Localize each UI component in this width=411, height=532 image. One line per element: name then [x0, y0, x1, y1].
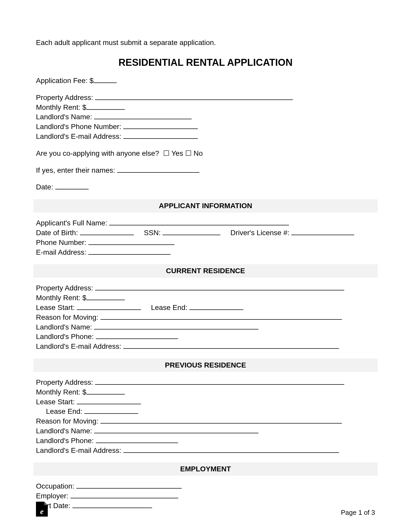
- applicant-name-blank[interactable]: [109, 219, 289, 225]
- ssn-blank[interactable]: [163, 229, 220, 235]
- cur-rent-label: Monthly Rent: $: [36, 294, 86, 302]
- prev-lease-end-blank[interactable]: [84, 407, 138, 414]
- document-page: Each adult applicant must submit a separ…: [0, 0, 411, 511]
- cur-ll-name-blank[interactable]: [94, 323, 258, 329]
- eforms-logo-icon: e: [36, 502, 48, 517]
- page-number: Page 1 of 3: [341, 509, 375, 517]
- date-blank[interactable]: [55, 183, 89, 189]
- monthly-rent-blank[interactable]: [86, 103, 125, 109]
- cur-ll-email-label: Landlord's E-mail Address:: [36, 342, 123, 350]
- dob-blank[interactable]: [80, 229, 134, 235]
- checkbox-no[interactable]: ☐: [185, 149, 192, 158]
- prev-reason-label: Reason for Moving:: [36, 417, 100, 425]
- occupation-label: Occupation:: [36, 482, 76, 490]
- cur-address-blank[interactable]: [95, 284, 344, 290]
- cur-lease-end-label: Lease End:: [141, 304, 189, 311]
- application-fee-label: Application Fee: $: [36, 77, 94, 85]
- cur-ll-phone-label: Landlord's Phone:: [36, 333, 96, 341]
- employer-label: Employer:: [36, 492, 70, 500]
- prev-ll-name-label: Landlord's Name:: [36, 427, 94, 435]
- phone-blank[interactable]: [88, 239, 174, 245]
- landlord-email-blank[interactable]: [123, 132, 198, 139]
- logo-letter: e: [36, 508, 48, 515]
- ifyes-label: If yes, enter their names:: [36, 166, 117, 174]
- ifyes-row: If yes, enter their names:: [36, 166, 375, 175]
- occupation-blank[interactable]: [76, 482, 182, 489]
- property-block: Property Address: Monthly Rent: $ Landlo…: [36, 93, 375, 141]
- prev-address-blank[interactable]: [95, 378, 344, 385]
- dob-label: Date of Birth:: [36, 229, 80, 237]
- dl-blank[interactable]: [291, 229, 354, 235]
- landlord-email-label: Landlord's E-mail Address:: [36, 132, 123, 140]
- prev-ll-email-label: Landlord's E-mail Address:: [36, 446, 123, 454]
- coapply-names-blank[interactable]: [117, 166, 199, 172]
- cur-lease-start-blank[interactable]: [77, 304, 141, 310]
- prev-lease-start-blank[interactable]: [77, 398, 141, 404]
- ssn-label: SSN:: [134, 229, 163, 237]
- cur-reason-label: Reason for Moving:: [36, 313, 100, 321]
- prev-reason-blank[interactable]: [100, 417, 342, 424]
- section-employment-heading: EMPLOYMENT: [33, 462, 378, 476]
- landlord-name-label: Landlord's Name:: [36, 113, 94, 121]
- cur-address-label: Property Address:: [36, 284, 95, 292]
- prev-lease-start-label: Lease Start:: [36, 398, 77, 406]
- application-fee-row: Application Fee: $: [36, 76, 375, 86]
- cur-ll-name-label: Landlord's Name:: [36, 323, 94, 331]
- dl-label: Driver's License #:: [220, 229, 291, 237]
- applicant-block: Applicant's Full Name: Date of Birth: SS…: [36, 218, 375, 257]
- email-label: E-mail Address:: [36, 248, 88, 256]
- email-blank[interactable]: [88, 248, 171, 254]
- property-address-label: Property Address:: [36, 94, 95, 102]
- section-current-heading: CURRENT RESIDENCE: [33, 264, 378, 278]
- cur-lease-end-blank[interactable]: [189, 304, 243, 310]
- page-footer: e Page 1 of 3: [36, 502, 375, 517]
- yes-label: Yes: [170, 149, 185, 157]
- cur-rent-blank[interactable]: [86, 294, 125, 300]
- prev-ll-phone-blank[interactable]: [96, 437, 178, 443]
- prev-address-label: Property Address:: [36, 378, 95, 386]
- cur-ll-email-blank[interactable]: [123, 342, 339, 349]
- section-previous-heading: PREVIOUS RESIDENCE: [33, 359, 378, 372]
- date-label: Date:: [36, 183, 55, 191]
- intro-text: Each adult applicant must submit a separ…: [36, 39, 375, 47]
- prev-rent-label: Monthly Rent: $: [36, 388, 86, 396]
- checkbox-yes[interactable]: ☐: [163, 149, 170, 158]
- date-row: Date:: [36, 182, 375, 192]
- prev-lease-end-label: Lease End:: [36, 407, 84, 415]
- phone-label: Phone Number:: [36, 239, 88, 246]
- section-applicant-heading: APPLICANT INFORMATION: [33, 199, 378, 213]
- no-label: No: [192, 149, 203, 157]
- cur-reason-blank[interactable]: [100, 313, 342, 320]
- prev-rent-blank[interactable]: [86, 388, 125, 395]
- form-title: RESIDENTIAL RENTAL APPLICATION: [36, 57, 375, 68]
- prev-ll-phone-label: Landlord's Phone:: [36, 437, 96, 445]
- current-block: Property Address: Monthly Rent: $ Lease …: [36, 283, 375, 351]
- monthly-rent-label: Monthly Rent: $: [36, 103, 86, 111]
- cur-lease-start-label: Lease Start:: [36, 304, 77, 311]
- applicant-name-label: Applicant's Full Name:: [36, 219, 109, 227]
- application-fee-blank[interactable]: [94, 77, 117, 83]
- landlord-phone-blank[interactable]: [123, 123, 198, 129]
- previous-block: Property Address: Monthly Rent: $ Lease …: [36, 378, 375, 455]
- prev-ll-email-blank[interactable]: [123, 446, 339, 453]
- coapply-label: Are you co-applying with anyone else?: [36, 149, 163, 157]
- prev-ll-name-blank[interactable]: [94, 427, 258, 433]
- cur-ll-phone-blank[interactable]: [96, 333, 178, 339]
- landlord-name-blank[interactable]: [94, 113, 192, 119]
- landlord-phone-label: Landlord's Phone Number:: [36, 123, 123, 131]
- property-address-blank[interactable]: [95, 94, 293, 100]
- coapply-row: Are you co-applying with anyone else? ☐ …: [36, 149, 375, 158]
- employer-blank[interactable]: [70, 492, 178, 498]
